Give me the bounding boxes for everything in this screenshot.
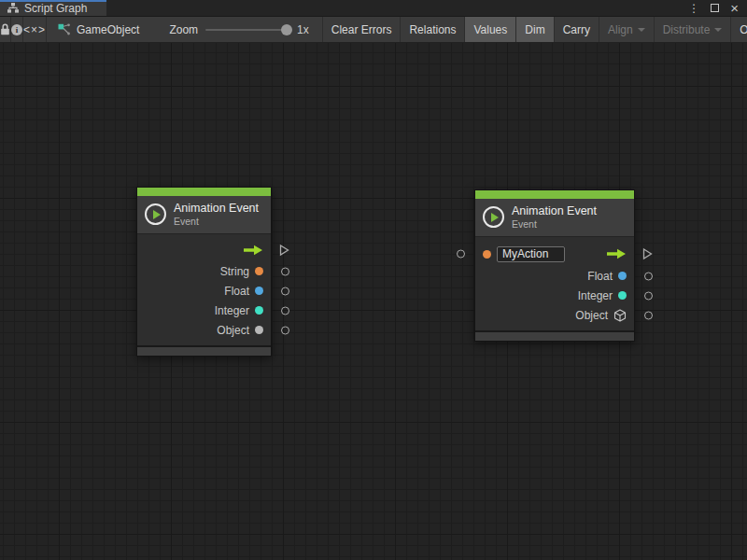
port-label: Object: [217, 324, 249, 337]
graph-owner: GameObject: [47, 17, 139, 42]
zoom-value: 1x: [297, 23, 309, 36]
output-row-float: Float: [475, 266, 634, 286]
tab-label: Script Graph: [24, 2, 87, 15]
toolbar-buttons: Clear Errors Relations Values Dim Carry …: [322, 17, 747, 42]
node-footer: [475, 330, 634, 341]
event-name-field[interactable]: [497, 246, 565, 262]
distribute-dropdown-button[interactable]: Distribute: [654, 17, 731, 42]
integer-port-dot[interactable]: [255, 306, 263, 315]
tab-active-accent: [0, 0, 106, 2]
carry-button[interactable]: Carry: [554, 17, 599, 42]
flow-output-port[interactable]: [279, 245, 289, 257]
values-toggle-button[interactable]: Values: [464, 17, 515, 42]
object-output-port[interactable]: [644, 311, 653, 319]
float-output-port[interactable]: [644, 272, 653, 280]
port-label: Integer: [578, 289, 613, 302]
dim-toggle-button[interactable]: Dim: [515, 17, 553, 42]
integer-output-port[interactable]: [281, 306, 289, 315]
output-row-float: Float: [137, 281, 271, 301]
maximize-icon[interactable]: [711, 4, 719, 12]
tab-script-graph[interactable]: Script Graph: [0, 0, 106, 16]
overview-button[interactable]: Overview: [730, 17, 747, 42]
lock-button[interactable]: [0, 17, 11, 42]
float-port-dot[interactable]: [255, 287, 263, 295]
name-input-row: [475, 242, 634, 266]
event-play-icon: [483, 206, 504, 228]
float-output-port[interactable]: [281, 287, 289, 295]
node-header[interactable]: Animation Event Event: [137, 196, 271, 234]
gameobject-graph-icon: [58, 23, 71, 35]
close-icon[interactable]: ×: [730, 1, 739, 15]
relations-button[interactable]: Relations: [400, 17, 464, 42]
object-output-port[interactable]: [281, 326, 289, 334]
output-row-object: Object: [137, 320, 271, 340]
clear-errors-button[interactable]: Clear Errors: [322, 17, 401, 42]
output-row-string: String: [137, 261, 271, 281]
event-play-icon: [145, 203, 166, 225]
output-row-integer: Integer: [475, 286, 634, 305]
window-controls: ⋮ ×: [688, 0, 747, 16]
graph-toolbar: i <×> GameObject Zoom 1x Clear Errors Re…: [0, 17, 747, 43]
integer-port-dot[interactable]: [618, 291, 627, 300]
node-subtitle: Event: [512, 218, 597, 230]
string-output-port[interactable]: [281, 267, 289, 275]
zoom-control: Zoom 1x: [139, 17, 308, 42]
string-port-dot[interactable]: [255, 267, 263, 275]
output-row-integer: Integer: [137, 301, 271, 320]
flow-arrow-icon[interactable]: [607, 248, 627, 259]
align-dropdown-button[interactable]: Align: [599, 17, 654, 42]
node-animation-event-left[interactable]: Animation Event Event String Float: [136, 187, 272, 357]
edit-graph-button[interactable]: <×>: [23, 17, 47, 42]
title-bar: Script Graph ⋮ ×: [0, 0, 747, 17]
zoom-slider-handle[interactable]: [281, 24, 292, 35]
chevron-down-icon: [714, 28, 722, 32]
node-animation-event-right[interactable]: Animation Event Event Float: [474, 189, 635, 342]
zoom-slider[interactable]: [205, 29, 289, 31]
flow-output-port[interactable]: [642, 248, 653, 260]
node-header-accent: [475, 190, 634, 199]
graph-canvas[interactable]: Animation Event Event String Float: [0, 43, 747, 560]
info-icon: i: [11, 24, 22, 35]
node-title: Animation Event: [512, 204, 597, 217]
code-icon: <×>: [23, 23, 46, 36]
integer-output-port[interactable]: [644, 291, 653, 300]
node-footer: [137, 345, 271, 356]
node-body: String Float Integer Object: [137, 234, 271, 345]
info-button[interactable]: i: [11, 17, 23, 42]
name-port-dot[interactable]: [483, 250, 491, 259]
gameobject-label: GameObject: [77, 23, 139, 36]
node-title: Animation Event: [174, 202, 259, 215]
port-label: Float: [224, 285, 249, 298]
port-label: String: [220, 265, 249, 278]
window-menu-icon[interactable]: ⋮: [688, 3, 699, 14]
flow-output-row: [137, 239, 271, 261]
float-port-dot[interactable]: [618, 272, 627, 280]
object-port-dot[interactable]: [255, 326, 263, 334]
node-header-accent: [137, 188, 271, 196]
output-row-object: Object: [475, 305, 634, 325]
name-input-port[interactable]: [457, 250, 465, 259]
port-label: Object: [575, 309, 608, 322]
node-header[interactable]: Animation Event Event: [475, 199, 634, 237]
object-cube-icon[interactable]: [613, 309, 627, 322]
node-body: Float Integer Object: [475, 237, 634, 330]
graph-hierarchy-icon: [7, 3, 19, 13]
port-label: Float: [587, 270, 613, 283]
lock-icon: [0, 23, 10, 35]
port-label: Integer: [215, 304, 249, 317]
node-subtitle: Event: [174, 216, 259, 227]
flow-arrow-icon[interactable]: [244, 245, 263, 256]
zoom-label: Zoom: [169, 23, 198, 36]
chevron-down-icon: [638, 28, 645, 32]
